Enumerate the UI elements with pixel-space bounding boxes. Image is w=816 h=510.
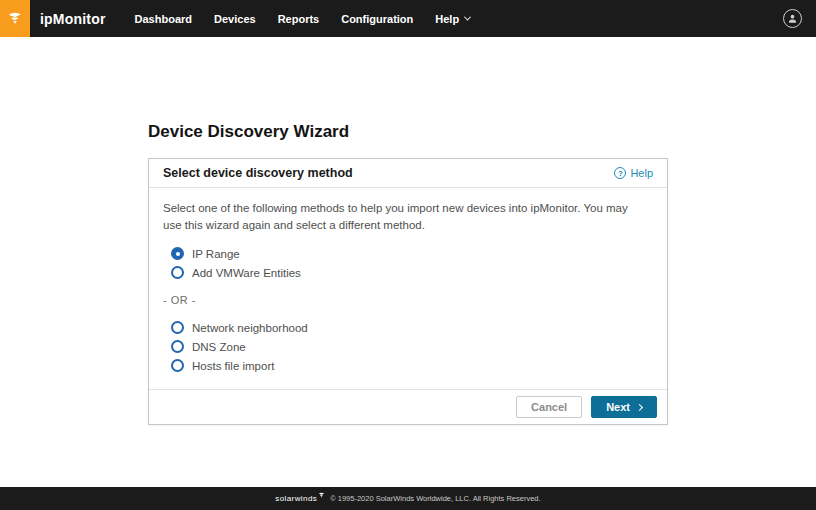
or-separator: - OR - (163, 294, 653, 306)
user-account-button[interactable] (783, 9, 802, 28)
card-header: Select device discovery method Help (149, 159, 667, 188)
radio-icon[interactable] (171, 247, 184, 260)
radio-label: Add VMWare Entities (192, 267, 301, 279)
page-title: Device Discovery Wizard (148, 122, 816, 142)
footer-brand-label: solarwinds (275, 494, 317, 503)
radio-option-hosts-file-import[interactable]: Hosts file import (171, 356, 653, 375)
card-footer: Cancel Next (149, 389, 667, 424)
nav-item-devices[interactable]: Devices (203, 0, 267, 37)
next-button[interactable]: Next (591, 396, 657, 418)
app-title[interactable]: ipMonitor (40, 11, 106, 27)
radio-option-dns-zone[interactable]: DNS Zone (171, 337, 653, 356)
solarwinds-logo-icon[interactable] (0, 0, 30, 37)
top-navbar: ipMonitor Dashboard Devices Reports Conf… (0, 0, 816, 37)
question-circle-icon (614, 167, 626, 179)
radio-icon[interactable] (171, 359, 184, 372)
radio-option-add-vmware-entities[interactable]: Add VMWare Entities (171, 263, 653, 282)
nav-item-help[interactable]: Help (424, 0, 481, 37)
card-body: Select one of the following methods to h… (149, 188, 667, 389)
main-nav: Dashboard Devices Reports Configuration … (124, 0, 482, 37)
help-link-label: Help (630, 167, 653, 179)
chevron-down-icon (464, 14, 471, 21)
swirl-icon (7, 11, 23, 27)
radio-icon[interactable] (171, 321, 184, 334)
nav-item-reports[interactable]: Reports (267, 0, 331, 37)
cancel-button[interactable]: Cancel (516, 396, 582, 418)
radio-label: DNS Zone (192, 341, 246, 353)
nav-item-dashboard[interactable]: Dashboard (124, 0, 203, 37)
radio-label: Hosts file import (192, 360, 274, 372)
radio-option-ip-range[interactable]: IP Range (171, 244, 653, 263)
person-icon (787, 13, 798, 24)
radio-label: Network neighborhood (192, 322, 308, 334)
page-footer: solarwinds © 1995-2020 SolarWinds Worldw… (0, 487, 816, 510)
help-link[interactable]: Help (614, 167, 653, 179)
footer-brand: solarwinds (275, 494, 325, 503)
nav-item-configuration[interactable]: Configuration (330, 0, 424, 37)
main-content: Device Discovery Wizard Select device di… (0, 37, 816, 425)
radio-option-network-neighborhood[interactable]: Network neighborhood (171, 318, 653, 337)
next-button-label: Next (606, 401, 630, 413)
swirl-icon (318, 492, 325, 499)
discovery-method-card: Select device discovery method Help Sele… (148, 158, 668, 425)
copyright-text: © 1995-2020 SolarWinds Worldwide, LLC. A… (330, 494, 541, 503)
description-text: Select one of the following methods to h… (163, 200, 633, 234)
radio-icon[interactable] (171, 266, 184, 279)
radio-icon[interactable] (171, 340, 184, 353)
card-title: Select device discovery method (163, 166, 353, 180)
chevron-right-icon (636, 403, 643, 410)
radio-label: IP Range (192, 248, 240, 260)
nav-help-label: Help (435, 13, 459, 25)
